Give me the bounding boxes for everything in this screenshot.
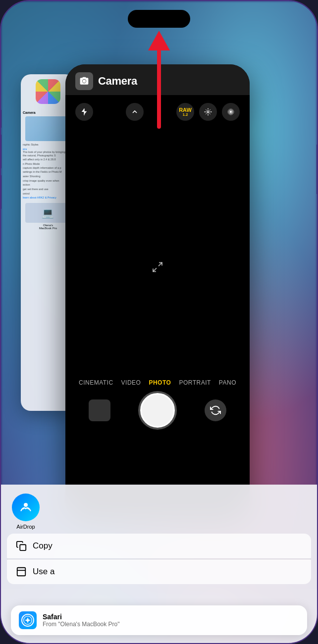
photos-app-icon — [36, 79, 60, 104]
camera-thumbnail-preview[interactable] — [89, 399, 110, 421]
raw-button[interactable]: RAW1.2 — [176, 103, 194, 121]
handoff-text: Safari From "Olena's MacBook Pro" — [43, 613, 120, 628]
handoff-app-name: Safari — [43, 613, 120, 621]
dynamic-island — [128, 10, 190, 28]
airdrop-icon — [12, 494, 40, 521]
camera-mode-selector: CINEMATIC VIDEO PHOTO PORTRAIT PANO — [65, 373, 250, 390]
share-app-airdrop[interactable]: AirDrop — [11, 494, 41, 530]
share-actions: Copy Use a — [1, 534, 317, 584]
raw-badge: RAW1.2 — [179, 107, 192, 117]
shutter-button[interactable] — [140, 393, 175, 428]
mode-video[interactable]: VIDEO — [121, 379, 141, 386]
svg-point-3 — [230, 111, 232, 113]
phone-frame: Camera raphic Styles era The look of you… — [0, 0, 318, 644]
arrow-head — [148, 31, 170, 50]
camera-shutter-row — [65, 390, 250, 432]
camera-right-controls: RAW1.2 — [176, 103, 240, 121]
laptop-thumbnail: 💻 — [25, 203, 71, 223]
stabilize-button[interactable] — [199, 103, 217, 121]
flash-button[interactable] — [75, 103, 93, 121]
share-apps-row: AirDrop — [1, 485, 317, 534]
camera-app-title: Camera — [98, 75, 137, 88]
svg-point-2 — [207, 111, 209, 113]
mode-pano[interactable]: PANO — [219, 379, 236, 386]
copy-action-button[interactable]: Copy — [7, 534, 311, 558]
volume-up-button[interactable] — [0, 135, 1, 168]
airdrop-label: AirDrop — [16, 524, 35, 530]
svg-marker-12 — [25, 617, 31, 623]
safari-icon — [19, 611, 37, 629]
resize-indicator — [152, 261, 163, 276]
mute-button[interactable] — [0, 110, 1, 128]
arrow-shaft — [157, 50, 161, 129]
safari-compass-icon — [21, 614, 34, 627]
svg-line-7 — [153, 268, 157, 272]
svg-rect-9 — [20, 545, 26, 550]
svg-point-0 — [83, 80, 86, 83]
instruction-arrow — [148, 31, 170, 129]
mode-photo[interactable]: PHOTO — [149, 379, 171, 386]
mode-portrait[interactable]: PORTRAIT — [179, 379, 211, 386]
camera-viewfinder: RAW1.2 — [65, 95, 250, 442]
camera-bottom-controls: CINEMATIC VIDEO PHOTO PORTRAIT PANO — [65, 373, 250, 442]
flip-camera-button[interactable] — [205, 399, 226, 421]
camera-app-icon — [75, 72, 93, 90]
use-as-action-button[interactable]: Use a — [7, 559, 311, 584]
camera-app-card[interactable]: Camera — [65, 64, 250, 520]
svg-line-6 — [159, 263, 162, 266]
chevron-up-button[interactable] — [126, 103, 144, 121]
copy-label: Copy — [33, 541, 53, 551]
volume-down-button[interactable] — [0, 175, 1, 209]
use-as-label: Use a — [33, 567, 54, 577]
svg-rect-10 — [17, 568, 26, 576]
handoff-bar[interactable]: Safari From "Olena's MacBook Pro" — [11, 605, 307, 635]
svg-point-8 — [24, 503, 28, 507]
live-photo-button[interactable] — [222, 103, 240, 121]
handoff-source: From "Olena's MacBook Pro" — [43, 621, 120, 628]
mode-cinematic[interactable]: CINEMATIC — [79, 379, 113, 386]
